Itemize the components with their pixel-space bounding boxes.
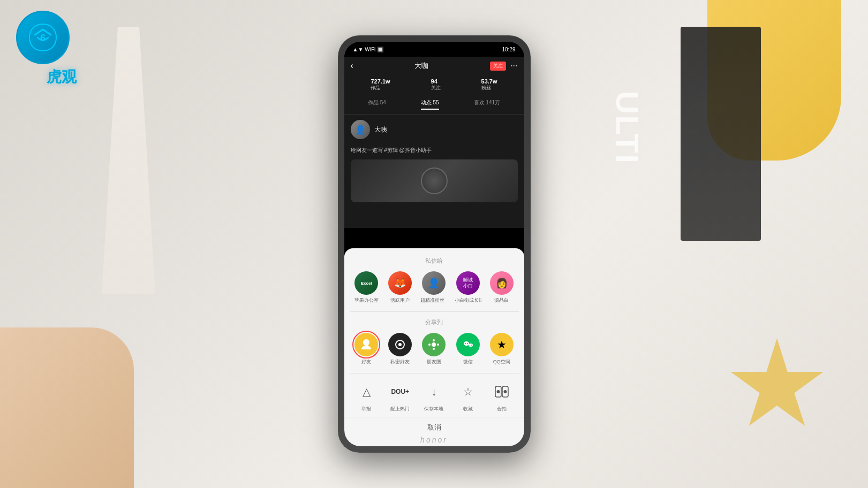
share-panel: 私信给 Excel 苹果办公室 🦊 活跃用户 [344, 248, 524, 446]
dou-icon: DOU+ [388, 380, 412, 403]
fans-stat: 53.7w 粉丝 [481, 78, 497, 92]
fans-label: 粉丝 [481, 85, 497, 92]
friends-label: 好友 [361, 359, 371, 365]
contact-4[interactable]: 睡城小白 小白街成长记 [454, 271, 482, 304]
contact-3-avatar: 👤 [422, 271, 446, 295]
bottom-actions-row: △ 举报 DOU+ 配上热门 ↓ 保存本地 ☆ [344, 380, 524, 413]
svg-point-3 [432, 342, 436, 347]
works-stat: 727.1w 作品 [371, 78, 390, 92]
share-divider-1 [350, 311, 519, 312]
back-button[interactable]: ‹ [351, 61, 353, 71]
contact-2-avatar: 🦊 [388, 271, 412, 295]
svg-point-4 [433, 339, 435, 341]
private-label: 私密好友 [390, 359, 410, 365]
moments-label: 朋友圈 [427, 359, 441, 365]
profile-user: 👤 大咦 [344, 115, 524, 144]
share-qq[interactable]: ★ QQ空间 [488, 333, 516, 365]
svg-point-10 [465, 343, 466, 344]
friends-icon [354, 333, 378, 356]
tab-works[interactable]: 作品 54 [368, 99, 386, 110]
share-to-title: 分享到 [344, 318, 524, 326]
svg-point-9 [469, 344, 473, 347]
contact-1[interactable]: Excel 苹果办公室 [352, 271, 380, 304]
share-wechat[interactable]: 微信 [454, 333, 482, 365]
private-msg-title: 私信给 [344, 257, 524, 265]
app-nav: ‹ 大咖 关注 ··· [344, 57, 524, 75]
following-label: 关注 [431, 85, 441, 92]
dou-label: 配上热门 [390, 406, 410, 413]
logo: 6 虎观 [16, 11, 107, 70]
share-friends[interactable]: 好友 [352, 333, 380, 365]
favorite-icon: ☆ [456, 380, 480, 403]
following-stat: 94 关注 [431, 78, 441, 92]
svg-point-8 [464, 341, 469, 346]
logo-brand-text: 虎观 [16, 67, 107, 87]
bg-dark-box: ULTI [681, 27, 761, 241]
signal-icon: ▲▼ [353, 47, 364, 52]
qq-icon: ★ [490, 333, 514, 356]
user-avatar: 👤 [351, 120, 370, 139]
share-moments[interactable]: 朋友圈 [420, 333, 448, 365]
contact-5[interactable]: 👩 源品白 [488, 271, 516, 304]
works-count: 727.1w [371, 78, 390, 85]
action-favorite[interactable]: ☆ 收藏 [454, 380, 482, 413]
contact-5-name: 源品白 [494, 297, 509, 304]
contact-2[interactable]: 🦊 活跃用户 [386, 271, 414, 304]
post-caption: 给网友一道写 #剪辑 @抖音小助手 [344, 144, 524, 156]
svg-point-13 [471, 345, 472, 346]
contact-4-avatar: 睡城小白 [456, 271, 480, 295]
share-divider-2 [350, 373, 519, 373]
svg-point-5 [433, 348, 435, 350]
following-count: 94 [431, 78, 441, 85]
username: 大咦 [374, 125, 387, 134]
save-icon: ↓ [422, 380, 446, 403]
more-button[interactable]: ··· [510, 61, 517, 71]
phone-container: ▲▼ WiFi 🔲 10:29 ‹ 大咖 关注 ··· [338, 35, 531, 453]
action-collab[interactable]: 合拍 [488, 380, 516, 413]
bg-hand [0, 327, 134, 488]
contact-1-name: 苹果办公室 [354, 297, 379, 304]
collab-icon [490, 380, 514, 403]
phone-screen: ▲▼ WiFi 🔲 10:29 ‹ 大咖 关注 ··· [344, 42, 524, 446]
contacts-row: Excel 苹果办公室 🦊 活跃用户 👤 超精准粉丝【福来生】 [344, 271, 524, 304]
action-report[interactable]: △ 举报 [352, 380, 380, 413]
favorite-label: 收藏 [463, 406, 473, 413]
wifi-icon: WiFi [365, 47, 375, 52]
action-save[interactable]: ↓ 保存本地 [420, 380, 448, 413]
report-icon: △ [354, 380, 378, 403]
svg-point-16 [496, 390, 500, 393]
svg-point-7 [437, 344, 439, 346]
share-private[interactable]: 私密好友 [386, 333, 414, 365]
svg-point-2 [398, 343, 402, 346]
share-apps-row: 好友 私密好友 朋友圈 [344, 333, 524, 365]
contact-3[interactable]: 👤 超精准粉丝【福来生】 [420, 271, 448, 304]
action-dou[interactable]: DOU+ 配上热门 [386, 380, 414, 413]
tab-dynamic[interactable]: 动态 55 [421, 99, 439, 110]
status-time: 10:29 [502, 47, 515, 52]
battery-icon: 🔲 [377, 47, 383, 52]
logo-circle: 6 [16, 11, 70, 64]
qq-label: QQ空间 [493, 359, 510, 365]
svg-point-17 [503, 390, 507, 393]
app-content: ‹ 大咖 关注 ··· 727.1w 作品 94 关注 [344, 57, 524, 228]
contact-4-name: 小白街成长记 [455, 297, 481, 304]
bg-yellow-star [729, 338, 825, 434]
report-label: 举报 [361, 406, 371, 413]
wechat-icon [456, 333, 480, 356]
cancel-button[interactable]: 取消 [344, 417, 524, 438]
svg-point-12 [469, 345, 470, 346]
nav-title: 大咖 [358, 61, 486, 71]
works-label: 作品 [371, 85, 390, 92]
follow-button[interactable]: 关注 [490, 62, 506, 71]
tab-likes[interactable]: 喜欢 141万 [474, 99, 500, 110]
bg-dark-box-text: ULTI [609, 91, 646, 164]
contact-3-name: 超精准粉丝【福来生】 [420, 297, 447, 304]
wechat-label: 微信 [463, 359, 473, 365]
status-left: ▲▼ WiFi 🔲 [353, 47, 384, 52]
collab-label: 合拍 [497, 406, 507, 413]
phone-brand: honor [420, 436, 448, 444]
private-icon [388, 333, 412, 356]
svg-text:6: 6 [40, 33, 46, 43]
phone-body: ▲▼ WiFi 🔲 10:29 ‹ 大咖 关注 ··· [338, 35, 531, 453]
post-thumbnail [421, 167, 448, 194]
